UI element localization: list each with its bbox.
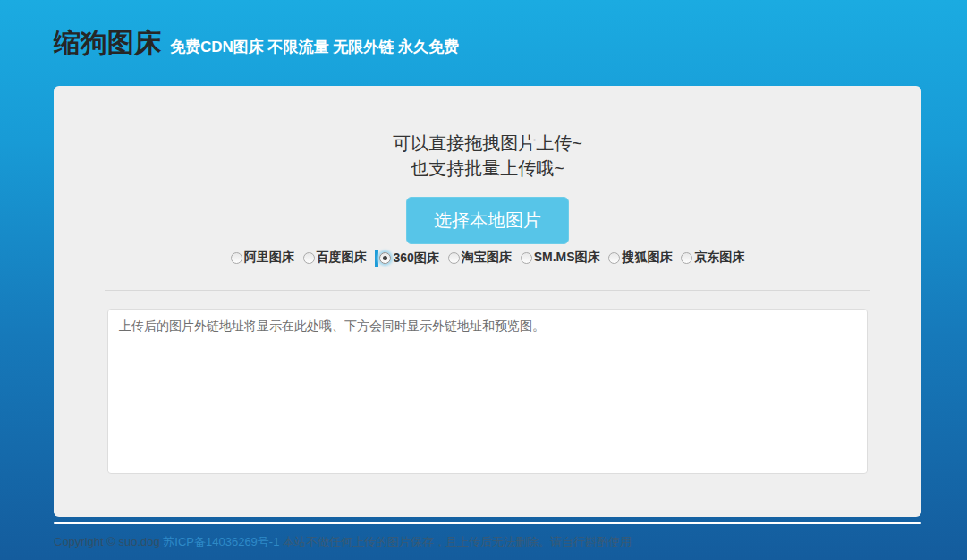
radio-icon	[521, 252, 532, 264]
radio-icon	[303, 252, 315, 264]
disclaimer-text: 本站不做任何上传的图片保存，且上传后无法删除。请自行斟酌使用	[283, 535, 632, 548]
radio-icon	[608, 252, 620, 264]
result-area	[54, 309, 921, 478]
radio-icon	[379, 252, 391, 264]
radio-icon	[448, 252, 460, 264]
footer-divider	[54, 522, 921, 524]
cdn-option[interactable]: SM.MS图床	[521, 250, 600, 266]
upload-card: 可以直接拖拽图片上传~ 也支持批量上传哦~ 选择本地图片 阿里图床 百度图床 3…	[54, 86, 921, 517]
cdn-option[interactable]: 360图床	[375, 250, 438, 267]
cdn-options-row: 阿里图床 百度图床 360图床 淘宝图床 SM.MS图床 搜狐图床 京东图床	[54, 250, 921, 269]
select-local-image-button[interactable]: 选择本地图片	[406, 197, 569, 244]
text-cursor	[375, 250, 378, 267]
drag-upload-hint: 可以直接拖拽图片上传~	[54, 131, 921, 156]
cdn-option[interactable]: 阿里图床	[231, 250, 294, 266]
copyright-text: Copyright © suo.dog	[54, 535, 160, 548]
batch-upload-hint: 也支持批量上传哦~	[54, 156, 921, 181]
page-header: 缩狗图床免费CDN图床 不限流量 无限外链 永久免费	[0, 0, 967, 61]
button-row: 选择本地图片	[54, 197, 921, 244]
card-divider	[105, 290, 870, 291]
cdn-option[interactable]: 京东图床	[681, 250, 744, 266]
footer: Copyright © suo.dog 苏ICP备14036269号-1 本站不…	[54, 535, 967, 549]
radio-icon	[231, 252, 242, 264]
result-links-textarea[interactable]	[107, 309, 868, 474]
cdn-option[interactable]: 百度图床	[303, 250, 367, 266]
icp-license-link[interactable]: 苏ICP备14036269号-1	[163, 535, 279, 548]
radio-icon	[681, 252, 692, 264]
cdn-option[interactable]: 搜狐图床	[608, 250, 672, 266]
site-title: 缩狗图床	[54, 25, 161, 62]
site-subtitle: 免费CDN图床 不限流量 无限外链 永久免费	[170, 37, 459, 57]
cdn-option[interactable]: 淘宝图床	[448, 250, 512, 266]
